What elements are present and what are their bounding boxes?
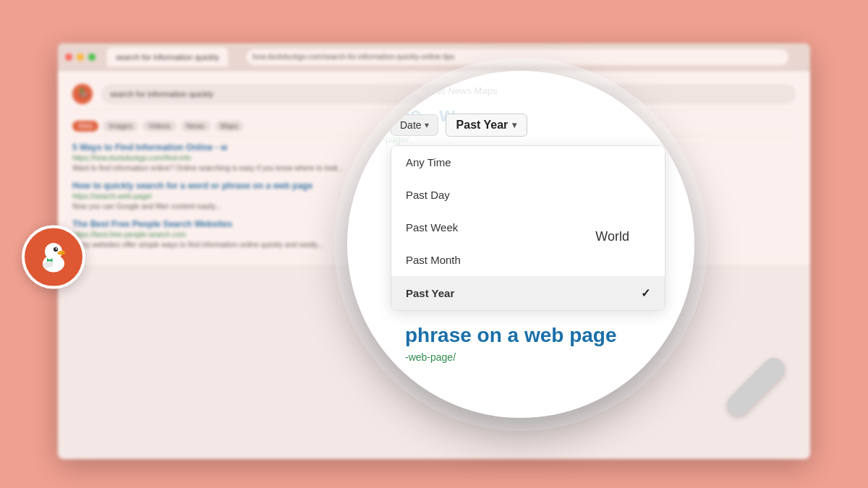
dropdown-item-past-month[interactable]: Past Month xyxy=(391,244,665,276)
filter-maps: Maps xyxy=(215,121,244,132)
any-time-label: Any Time xyxy=(406,156,451,168)
traffic-light-yellow xyxy=(77,53,84,61)
big-result-title: phrase on a web page xyxy=(391,324,665,347)
filter-images: Images xyxy=(103,121,138,132)
browser-chrome: search for information quickly how.duckd… xyxy=(58,43,810,71)
date-chevron-icon: ▾ xyxy=(425,120,429,130)
big-result-url: -web-page/ xyxy=(391,351,665,363)
past-month-label: Past Month xyxy=(406,254,461,266)
ddg-icon-overlay xyxy=(22,225,85,288)
dropdown-trigger-row: Date ▾ Past Year ▾ xyxy=(376,114,665,137)
past-year-label: Past Year xyxy=(406,287,454,299)
filter-news: News xyxy=(181,121,210,132)
ddg-logo: 🦆 xyxy=(72,84,93,104)
past-year-dropdown-trigger[interactable]: Past Year ▾ xyxy=(446,114,528,137)
browser-tab: search for information quickly xyxy=(107,48,228,67)
svg-point-8 xyxy=(48,259,51,261)
world-label: World xyxy=(595,229,629,244)
address-bar: how.duckduckgo.com/search-for-informatio… xyxy=(247,49,788,65)
traffic-light-red xyxy=(65,53,72,61)
magnifier-foreground: Date ▾ Past Year ▾ Any Time Past Day Pas… xyxy=(376,114,665,374)
past-day-label: Past Day xyxy=(406,189,450,201)
magnifier-inner: Web Images Videos News Maps online - w -… xyxy=(347,71,694,418)
duck-svg xyxy=(32,235,75,278)
ddg-duck-logo xyxy=(22,225,85,288)
date-filter-label: Date xyxy=(400,119,422,131)
date-filter-button[interactable]: Date ▾ xyxy=(391,114,438,136)
dropdown-chevron-icon: ▾ xyxy=(512,120,516,130)
time-filter-dropdown: Any Time Past Day Past Week Past Month P… xyxy=(391,145,665,311)
traffic-light-green xyxy=(88,53,95,61)
filter-web: Web xyxy=(72,121,98,132)
selected-time-label: Past Year xyxy=(456,119,509,132)
filter-videos: Videos xyxy=(142,121,176,132)
past-week-label: Past Week xyxy=(406,221,458,234)
result-big-text: phrase on a web page -web-page/ xyxy=(376,324,665,363)
magnifier-circle: Web Images Videos News Maps online - w -… xyxy=(347,71,694,418)
dropdown-item-past-year[interactable]: Past Year ✓ xyxy=(391,276,665,310)
dropdown-item-any-time[interactable]: Any Time xyxy=(391,146,665,179)
dropdown-item-past-day[interactable]: Past Day xyxy=(391,179,665,211)
checkmark-icon: ✓ xyxy=(641,286,650,300)
svg-point-3 xyxy=(56,248,57,249)
